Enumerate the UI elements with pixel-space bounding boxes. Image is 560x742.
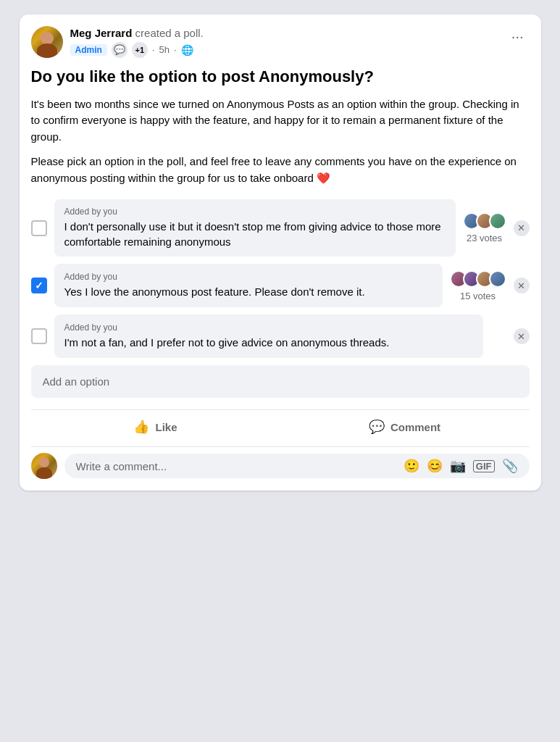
poll-option-3: Added by you I'm not a fan, and I prefer…	[31, 314, 530, 358]
commenter-avatar	[31, 453, 57, 479]
checkbox-1[interactable]	[31, 220, 47, 236]
vote-avatar	[489, 212, 506, 230]
poll-option-3-text: I'm not a fan, and I prefer not to give …	[64, 335, 473, 350]
comment-icon: 💬	[369, 419, 385, 435]
post-actions: 👍 Like 💬 Comment	[31, 409, 530, 441]
comment-section: 🙂 😊 📷 GIF 📎	[31, 446, 530, 479]
added-by-label-1: Added by you	[64, 207, 446, 217]
poll-option-2-content: Added by you Yes I love the anonymous po…	[54, 264, 443, 307]
comment-input[interactable]	[76, 460, 404, 472]
poll-option-3-content: Added by you I'm not a fan, and I prefer…	[54, 314, 483, 358]
poll-option-2-votes: 15 votes	[450, 270, 506, 301]
emoji-sticker-icon-button[interactable]: 🙂	[404, 459, 419, 472]
like-icon: 👍	[133, 419, 149, 435]
added-by-label-2: Added by you	[64, 272, 432, 282]
votes-avatars-1	[463, 212, 506, 230]
checkbox-3[interactable]	[31, 328, 47, 344]
admin-badge: Admin	[70, 44, 107, 56]
poll-option-1-votes: 23 votes	[463, 212, 506, 243]
post-paragraph-2: Please pick an option in the poll, and f…	[31, 154, 530, 186]
add-option-input[interactable]	[31, 365, 530, 398]
earth-icon: ·	[174, 44, 177, 55]
remove-option-1-button[interactable]: ✕	[514, 220, 530, 236]
poll-section: Added by you I don't personally use it b…	[31, 199, 530, 398]
poll-option-1-text: I don't personally use it but it doesn't…	[64, 219, 446, 249]
post-card: Meg Jerrard created a poll. Admin 💬 +1 ·…	[20, 14, 541, 491]
remove-option-3-button[interactable]: ✕	[514, 328, 530, 344]
author-avatar	[31, 26, 63, 58]
post-action-text: created a poll.	[132, 27, 203, 39]
gif-icon-button[interactable]: GIF	[473, 460, 495, 472]
post-body: It's been two months since we turned on …	[31, 96, 530, 187]
like-button[interactable]: 👍 Like	[31, 413, 280, 441]
author-name: Meg Jerrard	[70, 27, 133, 39]
meta-badges: Admin 💬 +1 · 5h · 🌐	[70, 42, 204, 58]
comment-button[interactable]: 💬 Comment	[280, 413, 530, 441]
votes-count-2: 15 votes	[460, 291, 496, 301]
post-paragraph-1: It's been two months since we turned on …	[31, 96, 530, 146]
poll-option-2-text: Yes I love the anonymous post feature. P…	[64, 284, 432, 299]
attachment-icon-button[interactable]: 📎	[502, 459, 518, 472]
comment-icons: 🙂 😊 📷 GIF 📎	[404, 459, 518, 472]
post-time: ·	[152, 44, 155, 55]
add-option-row	[31, 365, 530, 398]
post-title: Do you like the option to post Anonymous…	[31, 67, 530, 88]
camera-icon-button[interactable]: 📷	[450, 459, 466, 472]
votes-avatars-2	[450, 270, 506, 288]
poll-option-1: Added by you I don't personally use it b…	[31, 199, 530, 257]
votes-count-1: 23 votes	[467, 233, 502, 243]
post-meta: Meg Jerrard created a poll. Admin 💬 +1 ·…	[70, 26, 204, 58]
poll-option-2: Added by you Yes I love the anonymous po…	[31, 264, 530, 307]
vote-avatar	[489, 270, 506, 288]
comment-label: Comment	[390, 421, 440, 433]
added-by-label-3: Added by you	[64, 322, 473, 333]
post-header: Meg Jerrard created a poll. Admin 💬 +1 ·…	[31, 26, 530, 58]
comment-input-wrapper: 🙂 😊 📷 GIF 📎	[64, 454, 530, 478]
post-header-left: Meg Jerrard created a poll. Admin 💬 +1 ·…	[31, 26, 204, 58]
poll-option-1-content: Added by you I don't personally use it b…	[54, 199, 456, 257]
checkbox-2[interactable]	[31, 278, 47, 293]
remove-option-2-button[interactable]: ✕	[514, 278, 530, 293]
author-line: Meg Jerrard created a poll.	[70, 26, 204, 41]
chat-badge-icon: 💬	[112, 42, 128, 58]
post-time-value: 5h	[159, 44, 169, 55]
plus-badge: +1	[132, 42, 148, 58]
like-label: Like	[155, 421, 177, 433]
more-options-button[interactable]: ···	[506, 26, 530, 46]
globe-icon: 🌐	[181, 44, 193, 56]
emoji-face-icon-button[interactable]: 😊	[427, 459, 443, 472]
